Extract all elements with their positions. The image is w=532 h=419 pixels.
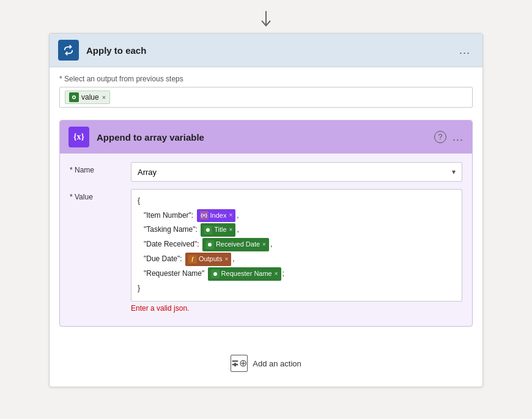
token-outputs-label: Outputs <box>199 253 223 265</box>
error-text: Enter a valid json. <box>131 304 462 313</box>
help-icon[interactable]: ? <box>434 131 446 143</box>
svg-rect-6 <box>232 360 238 362</box>
canvas: Apply to each ... * Select an output fro… <box>0 0 532 419</box>
main-card: Apply to each ... * Select an output fro… <box>49 33 483 387</box>
value-control: { "Item Number": {x} Index × <box>131 189 462 313</box>
name-control: Array ▾ <box>131 162 462 182</box>
apply-header-title: Apply to each <box>86 45 456 56</box>
token-received-date-close[interactable]: × <box>262 239 266 250</box>
svg-point-2 <box>73 97 75 98</box>
name-label: * Name <box>70 162 131 174</box>
value-tag-icon <box>69 92 79 102</box>
token-received-date-label: Received Date <box>216 239 260 251</box>
add-action-wrapper: ⊕ Add an action <box>50 336 482 387</box>
svg-point-4 <box>208 243 212 247</box>
value-row: * Value { "Item Number": <box>70 189 462 313</box>
token-received-date: Received Date × <box>202 238 269 251</box>
token-outputs: f Outputs × <box>185 253 231 266</box>
append-header: {x} Append to array variable ? ... <box>60 121 472 154</box>
add-action-icon: ⊕ <box>231 355 248 372</box>
name-row: * Name Array ▾ <box>70 162 462 182</box>
json-field-3: "Due Date": f Outputs × , <box>138 253 456 266</box>
append-block: {x} Append to array variable ? ... * Nam… <box>59 120 473 327</box>
json-close-brace: } <box>138 282 456 295</box>
token-index-close[interactable]: × <box>229 210 232 221</box>
value-label: * Value <box>70 189 131 201</box>
value-area[interactable]: { "Item Number": {x} Index × <box>131 189 462 302</box>
top-arrow <box>260 11 272 28</box>
append-header-title: Append to array variable <box>97 132 434 143</box>
append-header-icon: {x} <box>68 127 89 147</box>
chevron-down-icon: ▾ <box>452 168 456 176</box>
append-body: * Name Array ▾ * Value <box>60 154 472 326</box>
token-index-label: Index <box>210 210 227 222</box>
name-dropdown-value: Array <box>138 168 157 177</box>
value-tag: value × <box>65 91 110 104</box>
value-input-box[interactable]: value × <box>59 87 473 108</box>
token-requester-name-label: Requester Name <box>221 268 272 280</box>
token-title-close[interactable]: × <box>229 224 233 235</box>
append-menu-button[interactable]: ... <box>453 131 464 144</box>
name-dropdown[interactable]: Array ▾ <box>131 162 462 182</box>
apply-header-menu-button[interactable]: ... <box>456 43 474 58</box>
token-requester-name-close[interactable]: × <box>275 269 278 280</box>
svg-point-5 <box>213 272 217 276</box>
token-outputs-close[interactable]: × <box>224 254 228 265</box>
apply-each-icon <box>58 40 79 61</box>
token-title: Title × <box>201 223 235 237</box>
svg-rect-8 <box>232 364 238 365</box>
json-field-0: "Item Number": {x} Index × , <box>138 209 456 223</box>
value-tag-close[interactable]: × <box>102 94 106 101</box>
select-output-row: * Select an output from previous steps v… <box>50 67 482 113</box>
json-field-1: "Tasking Name": Title × , <box>138 223 456 237</box>
json-open-brace: { <box>138 195 456 208</box>
append-header-actions: ? ... <box>434 131 464 144</box>
add-action-button[interactable]: ⊕ Add an action <box>222 351 310 376</box>
token-title-label: Title <box>214 224 226 236</box>
token-requester-name: Requester Name × <box>208 267 281 281</box>
token-index: {x} Index × <box>197 209 236 223</box>
value-tag-label: value <box>81 93 99 102</box>
select-output-label: * Select an output from previous steps <box>59 75 473 83</box>
svg-point-3 <box>206 228 210 232</box>
json-field-4: "Requester Name" Requester Name × ; <box>138 267 456 281</box>
inner-block-wrapper: {x} Append to array variable ? ... * Nam… <box>50 113 482 336</box>
json-field-2: "Date Received": Received Date × , <box>138 238 456 251</box>
add-action-label: Add an action <box>253 359 301 368</box>
apply-to-each-header: Apply to each ... <box>50 34 482 67</box>
